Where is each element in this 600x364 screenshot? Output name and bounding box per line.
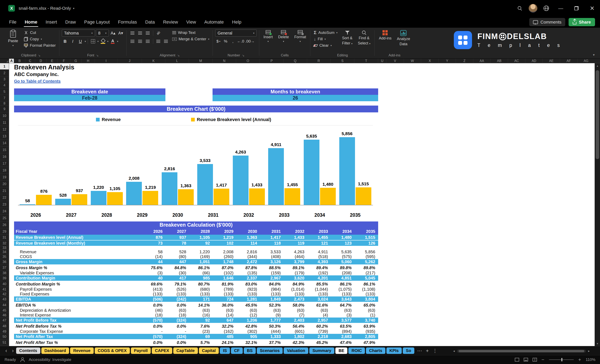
scroll-up-arrow[interactable]: ▴ <box>595 63 600 68</box>
cell[interactable]: 126 <box>355 240 378 246</box>
cell[interactable]: (3) <box>331 313 354 318</box>
restore-button[interactable] <box>569 0 584 17</box>
cell[interactable]: 905 <box>236 334 260 339</box>
paste-button[interactable]: Paste ▾ <box>5 29 21 47</box>
cell[interactable]: 45.2% <box>307 340 331 346</box>
share-button[interactable]: Share <box>569 18 595 26</box>
fiscal-year-2035[interactable]: 2035 <box>355 228 378 235</box>
column-header-R[interactable]: R <box>307 59 331 63</box>
cell[interactable]: (133) <box>189 292 213 296</box>
row-header-33[interactable]: 33 <box>0 246 9 250</box>
font-name-select[interactable]: Tahoma▾ <box>62 29 95 36</box>
decrease-indent-button[interactable] <box>155 38 162 45</box>
cell[interactable]: (1,014) <box>284 287 307 292</box>
cell[interactable]: 14.1% <box>189 302 213 308</box>
cell[interactable]: (135) <box>236 271 260 275</box>
cell[interactable]: 2,473 <box>284 296 307 302</box>
cell[interactable]: 0.0% <box>165 340 189 346</box>
column-header-P[interactable]: P <box>260 59 283 63</box>
cell[interactable]: 2,218 <box>307 334 331 339</box>
collapse-ribbon-button[interactable]: ▾ <box>593 53 595 57</box>
dialog-launcher-icon[interactable]: ↘ <box>177 54 180 57</box>
cell[interactable]: (14) <box>213 313 236 318</box>
cell[interactable]: 4,201 <box>307 275 331 281</box>
fiscal-year-2026[interactable]: 2026 <box>142 228 165 235</box>
row-header-22[interactable]: 22 <box>0 194 9 201</box>
cell[interactable]: (518) <box>307 254 331 259</box>
cell[interactable]: 86.1% <box>331 281 354 287</box>
format-cells-button[interactable]: Format▾ <box>292 29 308 43</box>
row-header-48[interactable]: 48 <box>0 323 9 329</box>
cell[interactable]: 5,856 <box>355 250 378 254</box>
cell[interactable]: (30) <box>165 271 189 275</box>
cell[interactable]: (526) <box>165 287 189 292</box>
excel-app-icon[interactable]: X <box>8 5 15 12</box>
sheet-tab-cogs-opex[interactable]: COGS & OPEX <box>95 347 130 354</box>
close-button[interactable]: × <box>584 0 600 17</box>
cell[interactable]: 47.9% <box>355 340 378 346</box>
cell[interactable]: (66) <box>189 271 213 275</box>
column-header-C[interactable]: C <box>25 59 35 63</box>
cell[interactable]: 56.4% <box>284 323 307 329</box>
cell[interactable]: (242) <box>165 296 189 302</box>
cell[interactable]: 64.7% <box>331 302 354 308</box>
cell[interactable]: 87.8% <box>236 265 260 271</box>
column-header-AA[interactable]: AA <box>473 59 491 63</box>
zoom-out-button[interactable]: − <box>542 357 544 362</box>
addins-button[interactable]: Add-ins <box>377 29 393 40</box>
row-header-49[interactable]: 49 <box>0 329 9 334</box>
add-sheet-button[interactable]: + <box>426 348 429 354</box>
cell[interactable]: (1) <box>355 313 378 318</box>
cell[interactable]: 47.4% <box>331 340 354 346</box>
cell[interactable]: (63) <box>307 308 331 313</box>
page-break-view-button[interactable] <box>533 358 537 362</box>
column-header-B[interactable]: B <box>14 59 25 63</box>
cell[interactable]: 102 <box>213 240 236 246</box>
menu-tab-file[interactable]: File <box>5 17 20 28</box>
cell[interactable]: 724 <box>213 296 236 302</box>
cell[interactable]: (789) <box>213 287 236 292</box>
row-header-50[interactable]: 50 <box>0 334 9 340</box>
cell[interactable]: 37.7% <box>260 340 283 346</box>
cell[interactable]: 85.5% <box>307 281 331 287</box>
cell[interactable]: 89.8% <box>331 265 354 271</box>
cell[interactable]: (133) <box>260 292 283 296</box>
cell[interactable]: (133) <box>236 292 260 296</box>
cell[interactable]: 937 <box>165 235 189 240</box>
cell[interactable]: 44 <box>142 259 165 264</box>
cell[interactable]: 0.0% <box>142 302 165 308</box>
cell[interactable]: 61.6% <box>307 302 331 308</box>
column-header-Z[interactable]: Z <box>456 59 473 63</box>
cell[interactable]: - <box>142 329 165 334</box>
menu-tab-home[interactable]: Home <box>20 17 41 28</box>
row-header-7[interactable]: 7 <box>0 95 9 101</box>
cell[interactable]: (595) <box>355 254 378 259</box>
cell[interactable]: 1,748 <box>213 259 236 264</box>
row-header-18[interactable]: 18 <box>0 167 9 174</box>
cell[interactable]: (3) <box>142 271 165 275</box>
row-header-11[interactable]: 11 <box>0 119 9 126</box>
bold-button[interactable]: B <box>62 38 68 45</box>
cell[interactable]: 1,849 <box>260 296 283 302</box>
cell[interactable]: 5.7% <box>189 340 213 346</box>
account-avatar[interactable] <box>526 0 540 17</box>
cell[interactable]: 3,577 <box>331 318 354 323</box>
cell[interactable]: (63) <box>331 308 354 313</box>
cell[interactable]: 42.3% <box>284 340 307 346</box>
cell[interactable]: (23) <box>189 329 213 334</box>
sheet-tab-kpis[interactable]: KPIs <box>386 347 402 354</box>
fiscal-year-2030[interactable]: 2030 <box>236 228 260 235</box>
dialog-launcher-icon[interactable]: ↘ <box>242 54 244 57</box>
decrease-decimal-button[interactable]: .00→ <box>245 38 254 45</box>
page-layout-view-button[interactable] <box>524 358 528 362</box>
cell[interactable]: 89.1% <box>284 265 307 271</box>
cell[interactable]: 118 <box>260 240 283 246</box>
column-header-D[interactable]: D <box>35 59 47 63</box>
cell[interactable]: 32.1% <box>236 340 260 346</box>
cell[interactable]: 4,263 <box>284 250 307 254</box>
align-top-button[interactable] <box>129 30 136 36</box>
sheet-tab-valuation[interactable]: Valuation <box>284 347 308 354</box>
cell[interactable]: 92 <box>189 240 213 246</box>
cell[interactable]: 58.0% <box>284 302 307 308</box>
underline-button[interactable]: U <box>77 38 84 45</box>
